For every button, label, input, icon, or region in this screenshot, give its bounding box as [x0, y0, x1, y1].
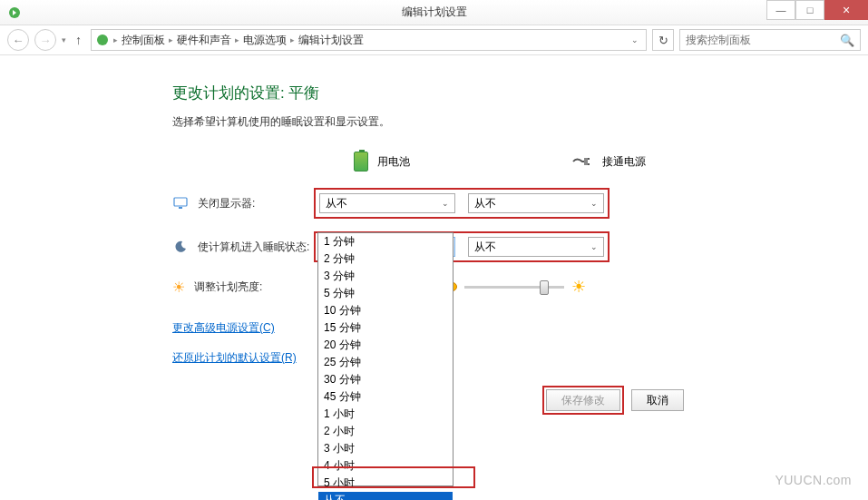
dropdown-value: 从不: [474, 196, 496, 211]
breadcrumb-dropdown-icon[interactable]: ⌄: [628, 35, 642, 44]
sun-large-icon: ☀: [571, 277, 586, 297]
dropdown-option[interactable]: 1 分钟: [318, 233, 453, 250]
dropdown-option[interactable]: 2 分钟: [318, 250, 453, 268]
dropdown-option[interactable]: 5 分钟: [318, 285, 453, 302]
plugged-column: 接通电源: [571, 154, 717, 170]
chevron-down-icon: ⌄: [590, 199, 598, 208]
dropdown-options-list[interactable]: 1 分钟 2 分钟 3 分钟 5 分钟 10 分钟 15 分钟 20 分钟 25…: [317, 232, 454, 486]
cancel-button[interactable]: 取消: [631, 389, 684, 411]
brightness-row: ☀ 调整计划亮度: ☀: [172, 277, 832, 297]
page-subtitle: 选择希望计算机使用的睡眠设置和显示设置。: [172, 114, 832, 130]
page-title: 更改计划的设置: 平衡: [172, 83, 832, 103]
dropdown-option[interactable]: 10 分钟: [318, 302, 453, 319]
dropdown-option[interactable]: 1 小时: [318, 406, 453, 423]
breadcrumb[interactable]: ▸ 控制面板 ▸ 硬件和声音 ▸ 电源选项 ▸ 编辑计划设置 ⌄: [91, 29, 647, 51]
dropdown-option[interactable]: 4 小时: [318, 457, 453, 475]
battery-icon: [354, 152, 368, 172]
dropdown-option[interactable]: 3 分钟: [318, 268, 453, 285]
breadcrumb-item[interactable]: 硬件和声音: [177, 33, 231, 48]
svg-rect-3: [174, 198, 187, 206]
advanced-settings-link[interactable]: 更改高级电源设置(C): [172, 320, 832, 336]
display-off-row: 关闭显示器: 从不 ⌄ 从不 ⌄: [172, 190, 832, 217]
svg-rect-2: [584, 158, 588, 165]
dropdown-option[interactable]: 25 分钟: [318, 354, 453, 371]
svg-rect-4: [179, 207, 182, 209]
chevron-right-icon: ▸: [235, 35, 239, 44]
forward-button[interactable]: →: [34, 29, 56, 51]
save-highlight: 保存修改: [544, 387, 622, 413]
chevron-right-icon: ▸: [113, 35, 118, 44]
navbar: ← → ▾ ↑ ▸ 控制面板 ▸ 硬件和声音 ▸ 电源选项 ▸ 编辑计划设置 ⌄…: [0, 25, 868, 55]
dropdown-option[interactable]: 15 分钟: [318, 319, 453, 337]
battery-column: 用电池: [354, 152, 499, 172]
display-dropdowns: 从不 ⌄ 从不 ⌄: [316, 190, 608, 217]
dropdown-option[interactable]: 30 分钟: [318, 371, 453, 388]
brightness-slider[interactable]: [464, 286, 564, 289]
breadcrumb-item[interactable]: 编辑计划设置: [298, 33, 364, 48]
sleep-plugged-dropdown[interactable]: 从不 ⌄: [468, 237, 604, 257]
search-icon[interactable]: 🔍: [840, 34, 854, 47]
close-button[interactable]: ×: [824, 0, 868, 20]
brightness-slider-plugged: ☀: [448, 277, 586, 297]
app-icon: [7, 5, 22, 20]
display-battery-dropdown[interactable]: 从不 ⌄: [319, 193, 455, 213]
search-box[interactable]: 🔍: [679, 29, 861, 51]
breadcrumb-icon: [95, 33, 110, 47]
battery-label: 用电池: [377, 154, 410, 170]
dropdown-option[interactable]: 45 分钟: [318, 388, 453, 406]
display-plugged-dropdown[interactable]: 从不 ⌄: [468, 193, 604, 213]
chevron-right-icon: ▸: [169, 35, 173, 44]
maximize-button[interactable]: □: [795, 0, 824, 20]
dropdown-option[interactable]: 5 小时: [318, 475, 453, 492]
sun-icon: ☀: [172, 279, 185, 296]
footer-buttons: 保存修改 取消: [544, 387, 832, 413]
breadcrumb-item[interactable]: 控制面板: [122, 33, 165, 48]
dropdown-option[interactable]: 2 小时: [318, 423, 453, 440]
sleep-row: 使计算机进入睡眠状态: 从不 ⌄ 从不 ⌄: [172, 233, 832, 260]
moon-icon: [172, 239, 189, 255]
chevron-down-icon: ⌄: [442, 199, 449, 208]
minimize-button[interactable]: —: [766, 0, 795, 20]
plugged-label: 接通电源: [602, 154, 646, 170]
back-button[interactable]: ←: [7, 29, 29, 51]
dropdown-value: 从不: [326, 196, 347, 211]
dropdown-value: 从不: [474, 240, 496, 255]
watermark: YUUCN.com: [775, 473, 852, 487]
dropdown-option[interactable]: 20 分钟: [318, 337, 453, 354]
window-controls: — □ ×: [766, 0, 868, 20]
up-button[interactable]: ↑: [72, 33, 85, 47]
plug-icon: [571, 155, 593, 168]
titlebar: 编辑计划设置 — □ ×: [0, 0, 868, 25]
restore-defaults-link[interactable]: 还原此计划的默认设置(R): [172, 350, 832, 366]
svg-point-1: [97, 34, 108, 45]
dropdown-option[interactable]: 3 小时: [318, 440, 453, 457]
monitor-icon: [172, 195, 189, 211]
window-title: 编辑计划设置: [402, 5, 467, 20]
save-button[interactable]: 保存修改: [546, 389, 620, 411]
display-off-label: 关闭显示器:: [198, 196, 316, 211]
chevron-down-icon: ⌄: [590, 242, 598, 251]
sleep-label: 使计算机进入睡眠状态:: [198, 240, 316, 255]
breadcrumb-item[interactable]: 电源选项: [243, 33, 287, 48]
column-headers: 用电池 接通电源: [354, 152, 832, 172]
refresh-button[interactable]: ↻: [652, 29, 674, 51]
slider-thumb[interactable]: [540, 280, 549, 295]
search-input[interactable]: [686, 34, 840, 46]
chevron-right-icon: ▸: [290, 35, 295, 44]
brightness-label: 调整计划亮度:: [194, 279, 305, 295]
dropdown-option-selected[interactable]: 从不: [318, 492, 453, 500]
history-dropdown-icon[interactable]: ▾: [62, 35, 66, 44]
